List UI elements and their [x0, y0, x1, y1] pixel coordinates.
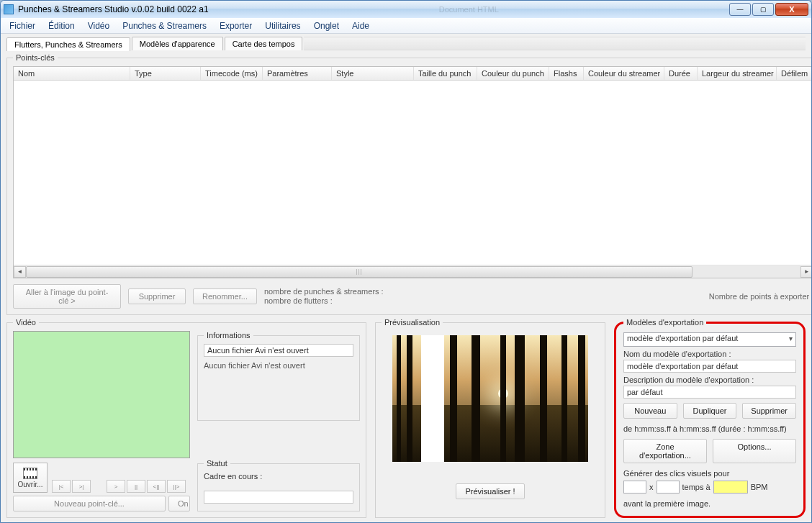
export-duplicate-button[interactable]: Dupliquer — [683, 403, 737, 419]
nav-prev-button[interactable]: >| — [72, 480, 91, 493]
menubar: Fichier Édition Vidéo Punches & Streamer… — [1, 18, 811, 34]
nav-stepfwd-button[interactable]: ||> — [167, 480, 186, 493]
menu-utilitaires[interactable]: Utilitaires — [259, 19, 306, 32]
export-delete-button[interactable]: Supprimer — [742, 403, 796, 419]
h-scrollbar[interactable]: ◄ ► — [14, 265, 811, 278]
window-title: Punches & Streamers Studio v.0.02 build … — [18, 4, 209, 14]
status-legend: Statut — [204, 459, 230, 468]
export-name-field[interactable] — [623, 360, 796, 373]
tab-tempos[interactable]: Carte des tempos — [225, 37, 303, 50]
film-icon — [23, 468, 37, 479]
keypoints-group: Points-clés Nom Type Timecode (ms) Param… — [6, 53, 811, 315]
clicks-count-1[interactable] — [623, 481, 646, 494]
new-keypoint-button[interactable]: Nouveau point-clé... — [13, 496, 166, 511]
video-legend: Vidéo — [13, 318, 39, 327]
export-desc-label: Description du modèle d'exportation : — [623, 376, 796, 384]
nav-stepback-button[interactable]: <|| — [147, 480, 166, 493]
col-timecode[interactable]: Timecode (ms) — [201, 67, 263, 80]
bpm-field[interactable] — [713, 481, 748, 494]
export-range-text: de h:mm:ss.ff à h:mm:ss.ff (durée : h:mm… — [623, 424, 796, 433]
menu-edition[interactable]: Édition — [42, 19, 81, 32]
status-field[interactable] — [204, 491, 353, 504]
nav-pause-button[interactable]: || — [127, 480, 145, 493]
nav-play-button[interactable]: > — [107, 480, 125, 493]
col-nom[interactable]: Nom — [14, 67, 130, 80]
background-window-hint: Document HTML — [439, 5, 499, 14]
col-couleur-streamer[interactable]: Couleur du streamer — [584, 67, 664, 80]
menu-video[interactable]: Vidéo — [82, 19, 115, 32]
export-zone-button[interactable]: Zone d'exportation... — [623, 439, 707, 463]
col-style[interactable]: Style — [332, 67, 414, 80]
table-header: Nom Type Timecode (ms) Paramètres Style … — [14, 67, 811, 81]
export-name-label: Nom du modèle d'exportation : — [623, 350, 796, 358]
col-flashs[interactable]: Flashs — [549, 67, 584, 80]
info-field[interactable] — [204, 344, 353, 357]
tab-flutters[interactable]: Flutters, Punches & Streamers — [6, 37, 130, 51]
menu-aide[interactable]: Aide — [346, 19, 375, 32]
delete-keypoint-button[interactable]: Supprimer — [128, 288, 186, 304]
video-canvas[interactable] — [13, 331, 190, 458]
preview-button[interactable]: Prévisualiser ! — [456, 483, 524, 499]
app-icon — [4, 4, 14, 14]
goto-keyframe-button[interactable]: Aller à l'image du point-clé > — [13, 284, 121, 309]
close-button[interactable]: X — [775, 3, 808, 16]
preview-legend: Prévisualisation — [382, 318, 443, 327]
export-new-button[interactable]: Nouveau — [623, 403, 677, 419]
col-defilement[interactable]: Défilem — [777, 67, 811, 80]
export-templates-group: Modèles d'exportation modèle d'exportati… — [614, 318, 806, 518]
col-taille-punch[interactable]: Taille du punch — [414, 67, 477, 80]
preview-group: Prévisualisation — [375, 318, 605, 518]
menu-fichier[interactable]: Fichier — [4, 19, 41, 32]
streamer-bar — [421, 335, 444, 462]
scroll-thumb[interactable] — [26, 266, 693, 278]
nav-first-button[interactable]: |< — [52, 480, 71, 493]
export-count-label: Nombre de points à exporter : — [709, 292, 811, 301]
video-group: Vidéo Ouvrir... |< >| — [6, 318, 366, 518]
count-punches-label: nombre de punches & streamers : — [264, 287, 384, 296]
preview-image — [392, 335, 588, 462]
col-parametres[interactable]: Paramètres — [263, 67, 332, 80]
col-couleur-punch[interactable]: Couleur du punch — [477, 67, 549, 80]
export-options-button[interactable]: Options... — [713, 439, 796, 463]
tab-apparence[interactable]: Modèles d'apparence — [132, 37, 223, 50]
table-body[interactable] — [14, 81, 811, 265]
export-template-select[interactable]: modèle d'exportation par défaut — [623, 332, 796, 347]
export-legend: Modèles d'exportation — [623, 318, 706, 327]
info-text: Aucun fichier Avi n'est ouvert — [204, 361, 353, 370]
video-info-group: Informations Aucun fichier Avi n'est ouv… — [197, 331, 360, 421]
scroll-left-icon[interactable]: ◄ — [14, 266, 26, 278]
titlebar[interactable]: Punches & Streamers Studio v.0.02 build … — [1, 1, 811, 18]
status-text: Cadre en cours : — [204, 472, 353, 481]
clicks-count-2[interactable] — [657, 481, 680, 494]
scroll-track[interactable] — [26, 266, 800, 278]
before-first-image-label: avant la première image. — [623, 499, 796, 508]
minimize-button[interactable]: — — [729, 3, 751, 16]
tab-strip: Flutters, Punches & Streamers Modèles d'… — [6, 37, 806, 50]
keypoints-legend: Points-clés — [13, 53, 58, 62]
col-duree[interactable]: Durée — [664, 67, 698, 80]
col-type[interactable]: Type — [130, 67, 201, 80]
generate-clicks-label: Générer des clics visuels pour — [623, 469, 796, 478]
open-video-button[interactable]: Ouvrir... — [13, 463, 48, 493]
col-largeur-streamer[interactable]: Largeur du streamer — [698, 67, 777, 80]
menu-punches[interactable]: Punches & Streamers — [117, 19, 212, 32]
export-desc-field[interactable] — [623, 386, 796, 399]
info-legend: Informations — [204, 331, 253, 340]
rename-keypoint-button[interactable]: Renommer... — [193, 288, 257, 304]
count-flutters-label: nombre de flutters : — [264, 296, 384, 306]
scroll-right-icon[interactable]: ► — [800, 266, 811, 278]
maximize-button[interactable]: ▢ — [752, 3, 774, 16]
video-status-group: Statut Cadre en cours : — [197, 459, 360, 511]
on-button[interactable]: On — [168, 496, 190, 511]
menu-onglet[interactable]: Onglet — [308, 19, 345, 32]
menu-exporter[interactable]: Exporter — [214, 19, 258, 32]
keypoints-table[interactable]: Nom Type Timecode (ms) Paramètres Style … — [13, 66, 811, 278]
open-label: Ouvrir... — [17, 481, 42, 488]
